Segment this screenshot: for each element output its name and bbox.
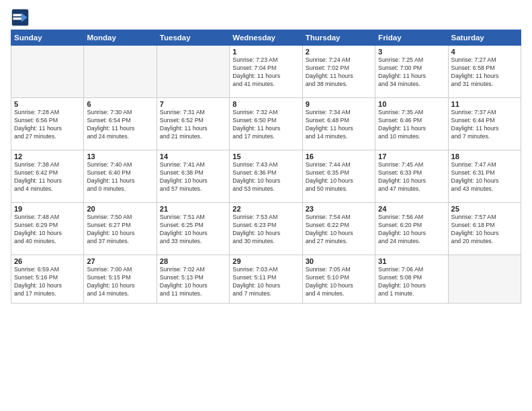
day-number: 7 [160,100,226,108]
day-info: Sunrise: 7:57 AM Sunset: 6:18 PM Dayligh… [451,214,518,246]
day-number: 25 [451,205,518,213]
day-number: 21 [160,205,226,213]
calendar-cell: 15Sunrise: 7:43 AM Sunset: 6:36 PM Dayli… [230,150,302,203]
day-info: Sunrise: 7:53 AM Sunset: 6:23 PM Dayligh… [232,214,299,246]
day-number: 19 [14,205,81,213]
calendar-cell: 31Sunrise: 7:06 AM Sunset: 5:08 PM Dayli… [375,255,448,304]
day-number: 22 [232,205,299,213]
calendar-cell: 29Sunrise: 7:03 AM Sunset: 5:11 PM Dayli… [230,255,302,304]
day-number: 31 [378,257,445,265]
day-number: 20 [87,205,153,213]
day-info: Sunrise: 7:47 AM Sunset: 6:31 PM Dayligh… [451,161,518,193]
calendar-cell: 20Sunrise: 7:50 AM Sunset: 6:27 PM Dayli… [84,203,157,255]
header [11,8,521,27]
day-info: Sunrise: 7:56 AM Sunset: 6:20 PM Dayligh… [378,214,445,246]
calendar-cell: 4Sunrise: 7:27 AM Sunset: 6:58 PM Daylig… [448,46,521,98]
day-info: Sunrise: 7:34 AM Sunset: 6:48 PM Dayligh… [306,109,372,141]
day-number: 24 [378,205,445,213]
day-info: Sunrise: 7:30 AM Sunset: 6:54 PM Dayligh… [87,109,153,141]
day-info: Sunrise: 7:50 AM Sunset: 6:27 PM Dayligh… [87,214,153,246]
day-info: Sunrise: 7:41 AM Sunset: 6:38 PM Dayligh… [160,161,226,193]
day-number: 11 [451,100,518,108]
weekday-header-wednesday: Wednesday [230,30,302,46]
day-number: 8 [232,100,299,108]
calendar-cell: 30Sunrise: 7:05 AM Sunset: 5:10 PM Dayli… [302,255,375,304]
day-info: Sunrise: 7:54 AM Sunset: 6:22 PM Dayligh… [306,214,372,246]
day-info: Sunrise: 7:38 AM Sunset: 6:42 PM Dayligh… [14,161,81,193]
week-row-1: 1Sunrise: 7:23 AM Sunset: 7:04 PM Daylig… [11,46,521,98]
calendar-cell: 11Sunrise: 7:37 AM Sunset: 6:44 PM Dayli… [448,98,521,150]
week-row-5: 26Sunrise: 6:59 AM Sunset: 5:16 PM Dayli… [11,255,521,304]
calendar-cell: 21Sunrise: 7:51 AM Sunset: 6:25 PM Dayli… [157,203,229,255]
calendar-cell: 9Sunrise: 7:34 AM Sunset: 6:48 PM Daylig… [302,98,375,150]
day-number: 5 [14,100,81,108]
calendar-cell: 14Sunrise: 7:41 AM Sunset: 6:38 PM Dayli… [157,150,229,203]
calendar-cell [157,46,229,98]
day-number: 4 [451,48,518,56]
logo [11,8,32,27]
day-number: 2 [306,48,372,56]
day-info: Sunrise: 7:06 AM Sunset: 5:08 PM Dayligh… [378,266,445,298]
calendar-cell: 26Sunrise: 6:59 AM Sunset: 5:16 PM Dayli… [11,255,84,304]
day-info: Sunrise: 7:05 AM Sunset: 5:10 PM Dayligh… [306,266,372,298]
calendar-cell: 17Sunrise: 7:45 AM Sunset: 6:33 PM Dayli… [375,150,448,203]
calendar-cell: 16Sunrise: 7:44 AM Sunset: 6:35 PM Dayli… [302,150,375,203]
calendar-cell [84,46,157,98]
calendar-cell: 27Sunrise: 7:00 AM Sunset: 5:15 PM Dayli… [84,255,157,304]
calendar-cell: 22Sunrise: 7:53 AM Sunset: 6:23 PM Dayli… [230,203,302,255]
week-row-4: 19Sunrise: 7:48 AM Sunset: 6:29 PM Dayli… [11,203,521,255]
calendar-cell: 5Sunrise: 7:28 AM Sunset: 6:56 PM Daylig… [11,98,84,150]
day-number: 30 [306,257,372,265]
calendar-cell: 10Sunrise: 7:35 AM Sunset: 6:46 PM Dayli… [375,98,448,150]
day-number: 29 [232,257,299,265]
svg-rect-3 [13,17,21,20]
calendar-cell: 1Sunrise: 7:23 AM Sunset: 7:04 PM Daylig… [230,46,302,98]
day-number: 17 [378,152,445,161]
day-info: Sunrise: 7:31 AM Sunset: 6:52 PM Dayligh… [160,109,226,141]
day-number: 13 [87,152,153,161]
day-info: Sunrise: 7:45 AM Sunset: 6:33 PM Dayligh… [378,161,445,193]
calendar-cell: 6Sunrise: 7:30 AM Sunset: 6:54 PM Daylig… [84,98,157,150]
weekday-header-saturday: Saturday [448,30,521,46]
day-number: 26 [14,257,81,265]
weekday-header-sunday: Sunday [11,30,84,46]
weekday-header-monday: Monday [84,30,157,46]
calendar-cell: 3Sunrise: 7:25 AM Sunset: 7:00 PM Daylig… [375,46,448,98]
day-info: Sunrise: 7:28 AM Sunset: 6:56 PM Dayligh… [14,109,81,141]
day-number: 27 [87,257,153,265]
calendar-cell: 12Sunrise: 7:38 AM Sunset: 6:42 PM Dayli… [11,150,84,203]
day-info: Sunrise: 7:02 AM Sunset: 5:13 PM Dayligh… [160,266,226,298]
calendar-cell: 24Sunrise: 7:56 AM Sunset: 6:20 PM Dayli… [375,203,448,255]
weekday-header-thursday: Thursday [302,30,375,46]
week-row-3: 12Sunrise: 7:38 AM Sunset: 6:42 PM Dayli… [11,150,521,203]
day-number: 23 [306,205,372,213]
calendar-cell [11,46,84,98]
calendar-cell: 23Sunrise: 7:54 AM Sunset: 6:22 PM Dayli… [302,203,375,255]
day-number: 16 [306,152,372,161]
calendar-cell: 25Sunrise: 7:57 AM Sunset: 6:18 PM Dayli… [448,203,521,255]
day-number: 9 [306,100,372,108]
day-info: Sunrise: 7:00 AM Sunset: 5:15 PM Dayligh… [87,266,153,298]
week-row-2: 5Sunrise: 7:28 AM Sunset: 6:56 PM Daylig… [11,98,521,150]
day-info: Sunrise: 7:32 AM Sunset: 6:50 PM Dayligh… [232,109,299,141]
calendar-cell: 2Sunrise: 7:24 AM Sunset: 7:02 PM Daylig… [302,46,375,98]
weekday-header-tuesday: Tuesday [157,30,229,46]
day-info: Sunrise: 7:03 AM Sunset: 5:11 PM Dayligh… [232,266,299,298]
day-info: Sunrise: 7:44 AM Sunset: 6:35 PM Dayligh… [306,161,372,193]
day-info: Sunrise: 7:40 AM Sunset: 6:40 PM Dayligh… [87,161,153,193]
day-number: 28 [160,257,226,265]
logo-icon [11,8,30,27]
calendar-cell: 13Sunrise: 7:40 AM Sunset: 6:40 PM Dayli… [84,150,157,203]
day-info: Sunrise: 7:35 AM Sunset: 6:46 PM Dayligh… [378,109,445,141]
day-number: 15 [232,152,299,161]
calendar-table: SundayMondayTuesdayWednesdayThursdayFrid… [11,30,521,304]
calendar-cell: 7Sunrise: 7:31 AM Sunset: 6:52 PM Daylig… [157,98,229,150]
day-number: 3 [378,48,445,56]
weekday-header-row: SundayMondayTuesdayWednesdayThursdayFrid… [11,30,521,46]
weekday-header-friday: Friday [375,30,448,46]
day-number: 6 [87,100,153,108]
day-number: 12 [14,152,81,161]
page-container: SundayMondayTuesdayWednesdayThursdayFrid… [0,0,532,411]
calendar-cell: 19Sunrise: 7:48 AM Sunset: 6:29 PM Dayli… [11,203,84,255]
calendar-cell: 18Sunrise: 7:47 AM Sunset: 6:31 PM Dayli… [448,150,521,203]
